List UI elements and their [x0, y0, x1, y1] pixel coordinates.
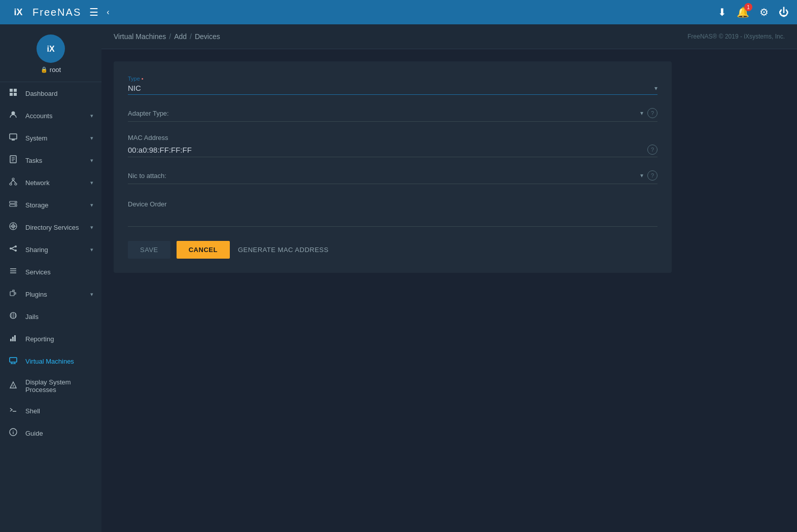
accounts-icon: [8, 111, 18, 121]
device-order-field: Device Order: [128, 196, 657, 227]
sidebar-profile: iX 🔒 root: [0, 24, 101, 82]
sidebar-item-shell[interactable]: Shell: [0, 400, 101, 422]
mac-address-input[interactable]: [128, 146, 643, 154]
sidebar-collapse-button[interactable]: ‹: [107, 8, 109, 17]
sidebar-item-label: Plugins: [25, 291, 83, 298]
plugins-icon: [8, 289, 18, 299]
svg-rect-7: [14, 93, 17, 96]
mac-address-help-icon[interactable]: ?: [647, 145, 657, 155]
sidebar-item-jails[interactable]: Jails: [0, 305, 101, 328]
sidebar-item-accounts[interactable]: Accounts ▾: [0, 104, 101, 127]
freenas-logo-text: FreeNAS: [32, 7, 81, 18]
sidebar-item-services[interactable]: Services: [0, 261, 101, 283]
type-input[interactable]: [128, 84, 654, 92]
svg-rect-4: [10, 89, 13, 92]
form-actions: SAVE CANCEL GENERATE MAC ADDRESS: [128, 241, 657, 259]
sidebar: iX 🔒 root Dashboard Accounts: [0, 24, 101, 532]
svg-line-19: [13, 180, 16, 183]
avatar: iX: [37, 34, 65, 63]
download-icon[interactable]: ⬇: [718, 6, 726, 18]
sidebar-item-guide[interactable]: i Guide: [0, 422, 101, 444]
cancel-button[interactable]: CANCEL: [177, 241, 230, 259]
settings-icon[interactable]: ⚙: [759, 6, 769, 18]
content-area: Virtual Machines / Add / Devices FreeNAS…: [101, 24, 797, 532]
sidebar-item-system[interactable]: System ▾: [0, 127, 101, 149]
svg-rect-40: [12, 337, 14, 341]
sidebar-item-storage[interactable]: Storage ▾: [0, 194, 101, 216]
hamburger-menu-button[interactable]: ☰: [89, 6, 98, 18]
nic-attach-help-icon[interactable]: ?: [647, 170, 657, 181]
sidebar-item-label: Accounts: [25, 112, 83, 120]
chevron-right-icon: ▾: [90, 113, 93, 119]
adapter-type-dropdown-arrow[interactable]: ▾: [640, 110, 643, 117]
mac-address-label: MAC Address: [128, 134, 657, 141]
reporting-icon: [8, 334, 18, 344]
svg-rect-39: [10, 339, 12, 341]
notification-bell-icon[interactable]: 🔔 1: [737, 6, 749, 18]
adapter-type-field: Adapter Type: ▾ ?: [128, 107, 657, 122]
display-system-processes-icon: [8, 381, 18, 391]
sidebar-item-label: Services: [25, 268, 93, 276]
svg-point-17: [15, 183, 17, 185]
generate-mac-address-button[interactable]: GENERATE MAC ADDRESS: [236, 241, 331, 259]
sidebar-item-reporting[interactable]: Reporting: [0, 328, 101, 350]
breadcrumb-virtual-machines[interactable]: Virtual Machines: [114, 32, 166, 41]
freenas-logo: iX FreeNAS: [8, 3, 81, 21]
freenas-logo-icon: iX: [8, 3, 28, 21]
power-icon[interactable]: ⏻: [779, 7, 789, 18]
sidebar-item-label: Display System Processes: [25, 378, 93, 394]
username-text: root: [50, 66, 61, 74]
sidebar-item-label: Shell: [25, 407, 93, 415]
sidebar-item-tasks[interactable]: Tasks ▾: [0, 149, 101, 171]
svg-rect-5: [14, 89, 17, 92]
breadcrumb-sep-2: /: [190, 32, 192, 41]
save-button[interactable]: SAVE: [128, 241, 170, 259]
svg-point-30: [10, 247, 12, 250]
network-icon: [8, 178, 18, 188]
sidebar-item-label: Directory Services: [25, 224, 83, 231]
type-label: Type •: [128, 76, 657, 82]
sidebar-item-network[interactable]: Network ▾: [0, 171, 101, 194]
sidebar-item-dashboard[interactable]: Dashboard: [0, 82, 101, 104]
breadcrumb-add[interactable]: Add: [174, 32, 187, 41]
sidebar-item-virtual-machines[interactable]: Virtual Machines: [0, 350, 101, 372]
sidebar-item-plugins[interactable]: Plugins ▾: [0, 283, 101, 305]
svg-point-23: [15, 205, 16, 206]
sidebar-item-label: Dashboard: [25, 90, 93, 97]
device-order-label: Device Order: [128, 196, 657, 208]
lock-icon: 🔒: [41, 66, 48, 73]
mac-address-field: MAC Address ?: [128, 134, 657, 157]
sidebar-item-label: Tasks: [25, 157, 83, 164]
adapter-type-label: Adapter Type:: [128, 110, 640, 117]
sidebar-item-directory-services[interactable]: Directory Services ▾: [0, 216, 101, 238]
chevron-right-icon: ▾: [90, 224, 93, 231]
main-layout: iX 🔒 root Dashboard Accounts: [0, 24, 797, 532]
svg-rect-42: [10, 358, 17, 362]
type-input-row: ▾: [128, 84, 657, 95]
svg-rect-6: [10, 93, 13, 96]
nic-attach-dropdown-arrow[interactable]: ▾: [640, 172, 643, 179]
sidebar-item-sharing[interactable]: Sharing ▾: [0, 238, 101, 261]
breadcrumb-bar: Virtual Machines / Add / Devices FreeNAS…: [101, 24, 797, 49]
sidebar-item-label: Reporting: [25, 335, 93, 343]
sidebar-item-label: System: [25, 134, 83, 142]
sidebar-item-label: Storage: [25, 201, 83, 209]
svg-point-28: [15, 245, 17, 247]
svg-rect-34: [10, 292, 14, 296]
device-order-input[interactable]: [128, 208, 657, 222]
type-dropdown-arrow[interactable]: ▾: [654, 85, 657, 92]
notification-badge: 1: [744, 3, 752, 11]
nic-attach-label: Nic to attach:: [128, 172, 640, 180]
topbar: iX FreeNAS ☰ ‹ ⬇ 🔔 1 ⚙ ⏻: [0, 0, 797, 24]
sidebar-item-display-system-processes[interactable]: Display System Processes: [0, 372, 101, 400]
system-icon: [8, 133, 18, 143]
adapter-type-help-icon[interactable]: ?: [647, 108, 657, 118]
virtual-machines-icon: [8, 356, 18, 366]
svg-point-29: [15, 250, 17, 252]
sharing-icon: [8, 244, 18, 255]
chevron-right-icon: ▾: [90, 291, 93, 298]
type-required: •: [142, 76, 144, 82]
chevron-right-icon: ▾: [90, 180, 93, 186]
nic-attach-row: Nic to attach: ▾ ?: [128, 169, 657, 184]
svg-text:iX: iX: [14, 7, 22, 17]
